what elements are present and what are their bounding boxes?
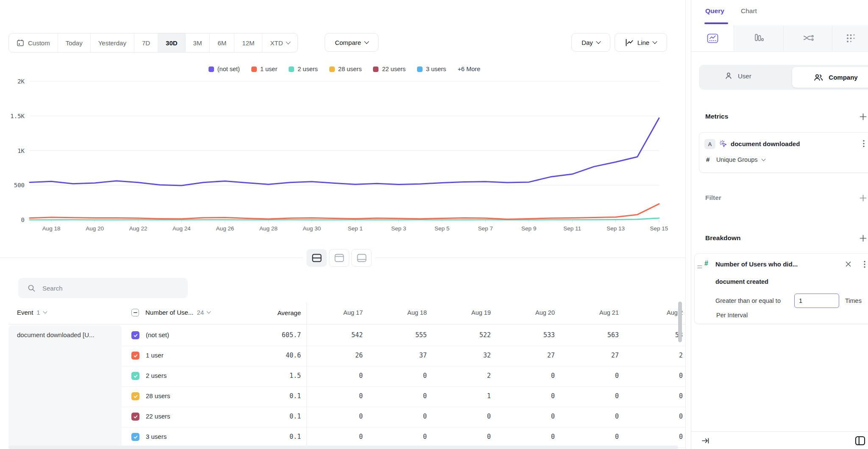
query-panel: Query Chart bbox=[691, 0, 868, 449]
svg-text:Sep 15: Sep 15 bbox=[650, 225, 668, 232]
interval-dropdown[interactable]: Day bbox=[571, 33, 610, 52]
range-3m[interactable]: 3M bbox=[186, 33, 210, 52]
kebab-menu-icon[interactable] bbox=[863, 140, 865, 149]
legend-item[interactable]: 3 users bbox=[417, 66, 446, 72]
table-row[interactable]: 3 users0.1000000 bbox=[122, 427, 685, 448]
tab-chart[interactable]: Chart bbox=[741, 7, 757, 15]
compare-button[interactable]: Compare bbox=[325, 33, 378, 52]
vertical-scrollbar[interactable] bbox=[678, 302, 682, 342]
times-input[interactable] bbox=[794, 294, 839, 308]
close-icon[interactable] bbox=[845, 261, 851, 269]
range-custom[interactable]: Custom bbox=[9, 33, 58, 52]
indeterminate-checkbox-icon bbox=[131, 309, 139, 316]
chart-type-bar[interactable] bbox=[734, 25, 784, 51]
tab-query[interactable]: Query bbox=[705, 7, 724, 15]
row-value: 522 bbox=[448, 331, 512, 339]
row-label: 28 users bbox=[146, 392, 170, 399]
svg-text:Sep 13: Sep 13 bbox=[606, 225, 625, 232]
row-checkbox[interactable] bbox=[131, 352, 139, 360]
range-7d[interactable]: 7D bbox=[134, 33, 158, 52]
row-checkbox[interactable] bbox=[131, 413, 139, 421]
layout-top-icon[interactable] bbox=[329, 249, 349, 267]
legend-item[interactable]: 1 user bbox=[251, 66, 277, 72]
dot-grid-icon bbox=[846, 33, 856, 44]
breakdown-card[interactable]: # Number of Users who did... document cr… bbox=[694, 253, 868, 324]
drag-handle-icon[interactable] bbox=[697, 263, 702, 271]
legend-swatch bbox=[329, 67, 335, 72]
layout-split-icon[interactable] bbox=[306, 249, 327, 267]
breakdown-title: Number of Users who did... bbox=[715, 261, 798, 268]
chart-type-grid[interactable] bbox=[832, 25, 868, 51]
legend-more[interactable]: +6 More bbox=[458, 66, 481, 72]
chart-type-dropdown[interactable]: Line bbox=[615, 33, 667, 52]
row-value: 27 bbox=[576, 352, 640, 359]
row-checkbox[interactable] bbox=[131, 433, 139, 441]
row-average: 0.1 bbox=[195, 413, 301, 420]
legend-item[interactable]: (not set) bbox=[209, 66, 240, 72]
layout-bottom-icon[interactable] bbox=[351, 249, 372, 267]
range-12m[interactable]: 12M bbox=[234, 33, 262, 52]
table-row[interactable]: 2 users1.5002000 bbox=[122, 366, 685, 387]
active-tab-underline bbox=[704, 22, 728, 24]
row-label: 1 user bbox=[146, 352, 164, 359]
search-bar bbox=[18, 278, 188, 298]
range-30d[interactable]: 30D bbox=[158, 33, 186, 52]
select-all-checkbox[interactable] bbox=[131, 309, 139, 316]
row-value: 533 bbox=[512, 331, 576, 339]
table-row[interactable]: 28 users0.1001000 bbox=[122, 386, 685, 407]
row-checkbox[interactable] bbox=[131, 372, 139, 380]
metric-card[interactable]: A document downloaded # Unique Groups bbox=[699, 132, 868, 173]
scope-user[interactable]: User bbox=[724, 72, 751, 80]
date-column-header[interactable]: Aug 18 bbox=[384, 309, 448, 316]
chevron-down-icon bbox=[653, 39, 657, 44]
range-label: Custom bbox=[28, 39, 50, 47]
chart-type-flow[interactable] bbox=[783, 25, 832, 51]
svg-text:Sep 3: Sep 3 bbox=[391, 225, 406, 232]
table-row[interactable]: (not set)605.754255552253356353 bbox=[122, 325, 685, 346]
date-column-header[interactable]: Aug 17 bbox=[320, 309, 384, 316]
legend-item[interactable]: 2 users bbox=[289, 66, 318, 72]
row-checkbox[interactable] bbox=[131, 392, 139, 400]
row-label: (not set) bbox=[146, 331, 169, 338]
event-name: document downloaded [U... bbox=[8, 325, 122, 338]
row-average: 0.1 bbox=[195, 392, 301, 400]
bar-chart-icon bbox=[754, 33, 764, 44]
measure-dropdown[interactable]: Unique Groups bbox=[716, 156, 765, 163]
table-row[interactable]: 1 user40.626373227272 bbox=[122, 346, 685, 366]
date-column-header[interactable]: Aug 19 bbox=[448, 309, 512, 316]
average-column-header[interactable]: Average bbox=[195, 309, 301, 316]
add-breakdown-button[interactable] bbox=[859, 234, 868, 243]
chart-legend: (not set) 1 user 2 users 28 users 22 use… bbox=[30, 66, 659, 72]
collapse-panel-icon[interactable] bbox=[701, 437, 710, 444]
chart-type-line[interactable] bbox=[691, 25, 734, 51]
range-yesterday[interactable]: Yesterday bbox=[91, 33, 134, 52]
row-value: 0 bbox=[320, 392, 384, 400]
scope-toggle: User Company bbox=[699, 65, 868, 90]
range-today[interactable]: Today bbox=[58, 33, 91, 52]
date-column-header[interactable]: Aug 21 bbox=[576, 309, 640, 316]
horizontal-scrollbar[interactable] bbox=[8, 446, 678, 449]
legend-item[interactable]: 28 users bbox=[329, 66, 362, 72]
add-filter-button[interactable] bbox=[859, 194, 868, 202]
event-column-header[interactable]: Event 1 bbox=[17, 309, 47, 316]
row-value: 0 bbox=[384, 392, 448, 400]
line-chart[interactable]: 05001K1.5K2KAug 18Aug 20Aug 22Aug 24Aug … bbox=[0, 78, 685, 235]
search-input[interactable] bbox=[42, 284, 170, 292]
sidebar-toggle-icon[interactable] bbox=[855, 436, 865, 446]
row-value: 0 bbox=[512, 392, 576, 400]
date-column-header[interactable]: Aug 20 bbox=[512, 309, 576, 316]
add-metric-button[interactable] bbox=[859, 113, 868, 121]
date-range-picker: Custom Today Yesterday 7D 30D 3M 6M 12M … bbox=[8, 33, 298, 53]
event-panel[interactable]: document downloaded [U... bbox=[8, 325, 122, 449]
range-6m[interactable]: 6M bbox=[210, 33, 234, 52]
svg-text:500: 500 bbox=[14, 182, 25, 188]
table-row[interactable]: 22 users0.1000000 bbox=[122, 407, 685, 427]
kebab-menu-icon[interactable] bbox=[864, 261, 865, 270]
svg-text:1.5K: 1.5K bbox=[10, 113, 25, 119]
legend-item[interactable]: 22 users bbox=[373, 66, 406, 72]
row-label: 3 users bbox=[146, 433, 167, 440]
range-xtd[interactable]: XTD bbox=[262, 33, 298, 52]
row-checkbox[interactable] bbox=[131, 331, 139, 339]
scope-company[interactable]: Company bbox=[792, 67, 868, 88]
line-chart-icon bbox=[625, 39, 634, 46]
